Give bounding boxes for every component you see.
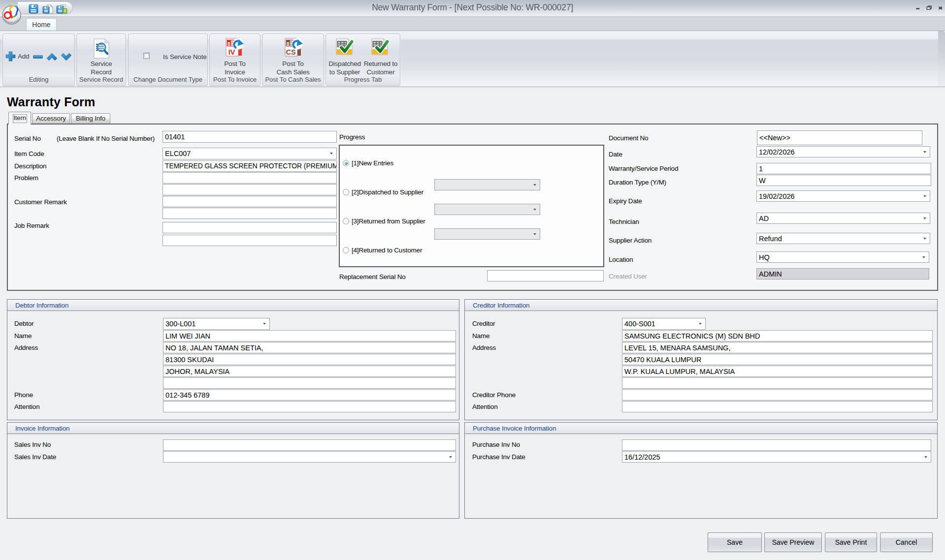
- svg-text:CS: CS: [286, 48, 295, 56]
- svg-text:IV: IV: [228, 48, 235, 56]
